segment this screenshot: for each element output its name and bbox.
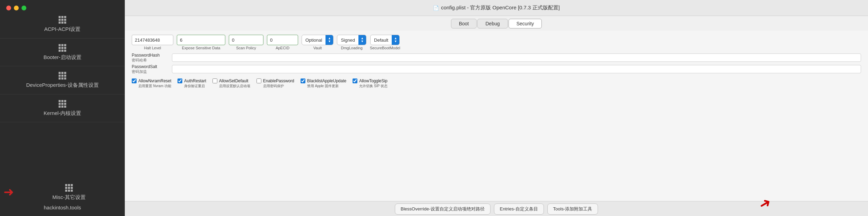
halt-level-label: Halt Level xyxy=(144,46,161,50)
allow-toggle-sip-desc: 允许切换 SIP 状态 xyxy=(353,84,388,88)
sidebar-item-booter[interactable]: Booter-启动设置 xyxy=(0,39,125,67)
allow-set-default-item[interactable]: AllowSetDefault xyxy=(212,78,250,83)
allow-set-default-checkbox[interactable] xyxy=(212,78,217,83)
checkbox-blacklist-apple: BlacklistAppleUpdate 禁用 Apple 固件更新 xyxy=(301,78,346,88)
secure-boot-model-label: SecureBootModel xyxy=(370,46,400,50)
blacklist-apple-label: BlacklistAppleUpdate xyxy=(307,78,346,83)
fields-row: Halt Level Expose Sensitive Data Scan Po… xyxy=(132,35,861,50)
sidebar: ACPI-ACPI设置 Booter-启动设置 DeviceProperties… xyxy=(0,0,125,216)
apecid-label: ApECID xyxy=(276,46,289,50)
titlebar: 📄 config.plist - 官方原版 OpenCore [0.7.3 正式… xyxy=(125,0,868,16)
checkboxes-row: AllowNvramReset 启用重置 Nvram 功能 AuthRestar… xyxy=(132,77,861,90)
traffic-lights xyxy=(6,6,26,10)
grid-icon xyxy=(65,184,73,192)
auth-restart-item[interactable]: AuthRestart xyxy=(177,78,206,83)
sidebar-item-acpi[interactable]: ACPI-ACPI设置 xyxy=(0,10,125,39)
password-salt-row: PasswordSalt密码加盐 xyxy=(132,64,861,74)
tools-button[interactable]: Tools-添加附加工具 xyxy=(547,203,598,215)
minimize-button[interactable] xyxy=(14,6,19,10)
content-area: Halt Level Expose Sensitive Data Scan Po… xyxy=(125,31,868,201)
sidebar-item-label: Misc-其它设置 xyxy=(52,194,86,201)
password-hash-row: PasswordHash密码哈希 xyxy=(132,53,861,63)
allow-nvram-reset-label: AllowNvramReset xyxy=(138,78,171,83)
allow-set-default-label: AllowSetDefault xyxy=(219,78,249,83)
grid-icon xyxy=(59,16,66,24)
close-button[interactable] xyxy=(6,6,11,10)
tab-security[interactable]: Security xyxy=(509,19,542,28)
field-scan-policy: Scan Policy xyxy=(229,35,263,50)
vault-label: Vault xyxy=(313,46,322,50)
blacklist-apple-checkbox[interactable] xyxy=(301,78,305,83)
sidebar-item-label: Booter-启动设置 xyxy=(43,54,81,61)
sidebar-item-kernel[interactable]: Kernel-内核设置 xyxy=(0,94,125,123)
dmg-loading-dropdown[interactable]: Signed ▲▼ xyxy=(337,35,366,45)
expose-sensitive-input[interactable] xyxy=(177,35,225,45)
field-vault: Optional ▲▼ Vault xyxy=(302,35,333,50)
main-content: 📄 config.plist - 官方原版 OpenCore [0.7.3 正式… xyxy=(125,0,868,216)
tab-debug[interactable]: Debug xyxy=(477,19,507,28)
allow-nvram-reset-item[interactable]: AllowNvramReset xyxy=(132,78,171,83)
password-section: PasswordHash密码哈希 PasswordSalt密码加盐 xyxy=(132,53,861,74)
vault-dropdown[interactable]: Optional ▲▼ xyxy=(302,35,333,45)
vault-arrows[interactable]: ▲▼ xyxy=(326,35,333,45)
vault-value: Optional xyxy=(302,38,326,43)
secure-boot-model-value: Default xyxy=(371,38,392,43)
checkbox-allow-set-default: AllowSetDefault 启用设置默认启动项 xyxy=(212,78,250,88)
allow-toggle-sip-checkbox[interactable] xyxy=(353,78,357,83)
auth-restart-checkbox[interactable] xyxy=(177,78,182,83)
field-apecid: ApECID xyxy=(267,35,298,50)
blacklist-apple-item[interactable]: BlacklistAppleUpdate xyxy=(301,78,346,83)
scan-policy-input[interactable] xyxy=(229,35,263,45)
enable-password-label: EnablePassword xyxy=(263,78,294,83)
sidebar-item-misc[interactable]: Misc-其它设置 xyxy=(17,181,121,203)
allow-set-default-desc: 启用设置默认启动项 xyxy=(212,84,250,88)
checkbox-allow-toggle-sip: AllowToggleSip 允许切换 SIP 状态 xyxy=(353,78,388,88)
password-salt-label: PasswordSalt密码加盐 xyxy=(132,64,170,74)
entries-button[interactable]: Entries-自定义条目 xyxy=(494,203,544,215)
arrow-icon: ➜ xyxy=(3,186,14,198)
sidebar-bottom: ➜ Misc-其它设置 hackintosh.tools xyxy=(0,177,125,216)
window-title: 📄 config.plist - 官方原版 OpenCore [0.7.3 正式… xyxy=(433,5,560,11)
sidebar-item-label: Kernel-内核设置 xyxy=(44,110,81,117)
enable-password-checkbox[interactable] xyxy=(257,78,261,83)
grid-icon xyxy=(59,100,66,108)
grid-icon xyxy=(59,72,66,80)
enable-password-desc: 启用密码保护 xyxy=(257,84,294,88)
bless-override-button[interactable]: BlessOverride-设置自定义启动项绝对路径 xyxy=(395,203,491,215)
secure-boot-model-dropdown[interactable]: Default ▲▼ xyxy=(370,35,400,45)
apecid-input[interactable] xyxy=(267,35,298,45)
allow-toggle-sip-item[interactable]: AllowToggleSip xyxy=(353,78,388,83)
halt-level-input[interactable] xyxy=(132,35,173,45)
bottom-buttons: ➜ BlessOverride-设置自定义启动项绝对路径 Entries-自定义… xyxy=(125,201,868,216)
password-hash-input[interactable] xyxy=(172,53,861,62)
checkbox-allow-nvram-reset: AllowNvramReset 启用重置 Nvram 功能 xyxy=(132,78,171,88)
field-halt-level: Halt Level xyxy=(132,35,173,50)
dmg-loading-label: DmgLoading xyxy=(341,46,362,50)
checkbox-enable-password: EnablePassword 启用密码保护 xyxy=(257,78,294,88)
sidebar-item-device-properties[interactable]: DeviceProperties-设备属性设置 xyxy=(0,66,125,94)
enable-password-item[interactable]: EnablePassword xyxy=(257,78,294,83)
sidebar-item-label: ACPI-ACPI设置 xyxy=(44,26,80,33)
password-salt-input[interactable] xyxy=(172,65,861,73)
grid-icon xyxy=(59,44,66,52)
allow-nvram-reset-checkbox[interactable] xyxy=(132,78,137,83)
password-hash-label: PasswordHash密码哈希 xyxy=(132,53,170,63)
file-icon: 📄 xyxy=(433,5,439,11)
auth-restart-desc: 身份验证重启 xyxy=(177,84,206,88)
brand-name: hackintosh.tools xyxy=(44,205,81,210)
field-expose-sensitive: Expose Sensitive Data xyxy=(177,35,225,50)
dmg-loading-arrows[interactable]: ▲▼ xyxy=(358,35,366,45)
title-text: config.plist - 官方原版 OpenCore [0.7.3 正式版配… xyxy=(441,5,560,11)
allow-nvram-reset-desc: 启用重置 Nvram 功能 xyxy=(132,84,171,88)
sidebar-item-label: DeviceProperties-设备属性设置 xyxy=(26,82,98,89)
checkbox-auth-restart: AuthRestart 身份验证重启 xyxy=(177,78,206,88)
tabbar: Boot Debug Security xyxy=(125,16,868,31)
tab-boot[interactable]: Boot xyxy=(451,19,477,28)
blacklist-apple-desc: 禁用 Apple 固件更新 xyxy=(301,84,346,88)
fullscreen-button[interactable] xyxy=(21,6,26,10)
secure-boot-model-arrows[interactable]: ▲▼ xyxy=(392,35,399,45)
scan-policy-label: Scan Policy xyxy=(236,46,256,50)
field-dmg-loading: Signed ▲▼ DmgLoading xyxy=(337,35,366,50)
allow-toggle-sip-label: AllowToggleSip xyxy=(359,78,387,83)
dmg-loading-value: Signed xyxy=(337,38,358,43)
